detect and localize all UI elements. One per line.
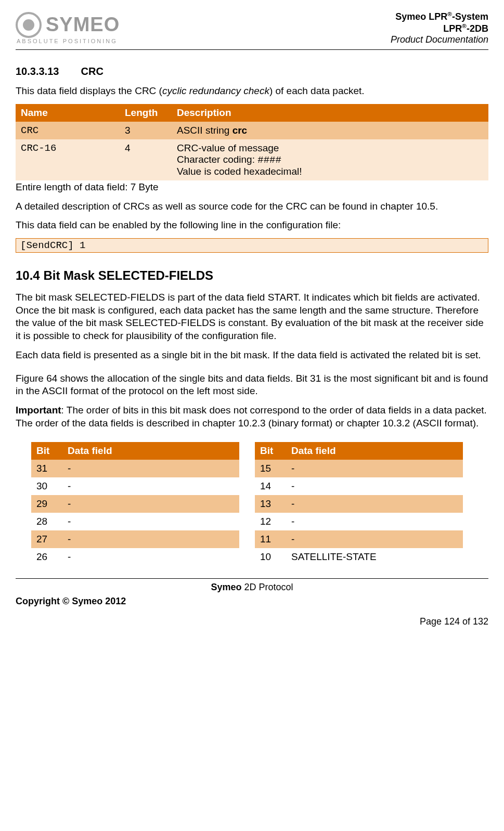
- th-name: Name: [16, 104, 120, 122]
- table-row: 29-: [31, 495, 239, 513]
- th-data-field: Data field: [286, 442, 463, 460]
- footer-center: Symeo 2D Protocol: [16, 582, 488, 593]
- logo-text: SYMEO: [46, 14, 120, 36]
- section-number: 10.3.3.13: [16, 66, 78, 77]
- header-line3: Product Documentation: [391, 34, 488, 45]
- table-header-row: Bit Data field: [255, 442, 463, 460]
- crc-detail-ref: A detailed description of CRCs as well a…: [16, 200, 488, 213]
- header-title-block: Symeo LPR®-System LPR®-2DB Product Docum…: [391, 10, 488, 45]
- th-bit: Bit: [255, 442, 286, 460]
- th-data-field: Data field: [62, 442, 239, 460]
- table-row: 30-: [31, 477, 239, 495]
- bitmask-p3: Figure 64 shows the allocation of the si…: [16, 372, 488, 398]
- section-heading-crc: 10.3.3.13 CRC: [16, 66, 488, 77]
- header-line1b: -System: [452, 11, 488, 22]
- cell-name: CRC: [16, 122, 120, 139]
- crc-intro: This data field displays the CRC (cyclic…: [16, 85, 488, 98]
- config-code-box: [SendCRC] 1: [16, 238, 488, 253]
- table-header-row: Bit Data field: [31, 442, 239, 460]
- footer-page-number: Page 124 of 132: [16, 616, 488, 627]
- cell-desc: CRC-value of message Character coding: #…: [172, 139, 488, 180]
- reg-mark: ®: [447, 10, 452, 17]
- footer-copyright: Copyright © Symeo 2012: [16, 596, 488, 607]
- table-row: 13-: [255, 495, 463, 513]
- bit-table-right: Bit Data field 15- 14- 13- 12- 11- 10SAT…: [255, 442, 463, 566]
- section-heading-bitmask: 10.4 Bit Mask SELECTED-FIELDS: [16, 268, 488, 283]
- table-row: 26-: [31, 548, 239, 566]
- bit-tables-wrapper: Bit Data field 31- 30- 29- 28- 27- 26- B…: [31, 442, 488, 566]
- table-row: 15-: [255, 460, 463, 477]
- th-length: Length: [120, 104, 172, 122]
- page-header: SYMEO ABSOLUTE POSITIONING Symeo LPR®-Sy…: [16, 10, 488, 50]
- cell-length: 4: [120, 139, 172, 180]
- table-row: 10SATELLITE-STATE: [255, 548, 463, 566]
- bitmask-p2: Each data field is presented as a single…: [16, 349, 488, 362]
- th-description: Description: [172, 104, 488, 122]
- table-row: 28-: [31, 513, 239, 530]
- reg-mark: ®: [462, 22, 467, 29]
- table-length-note: Entire length of data field: 7 Byte: [16, 181, 488, 193]
- logo-subtext: ABSOLUTE POSITIONING: [17, 38, 120, 44]
- table-row: 14-: [255, 477, 463, 495]
- section-title: CRC: [81, 66, 104, 77]
- table-row: CRC 3 ASCII string crc: [16, 122, 488, 139]
- header-line1a: Symeo LPR: [395, 11, 447, 22]
- bitmask-p1: The bit mask SELECTED-FIELDS is part of …: [16, 291, 488, 343]
- table-row: 11-: [255, 530, 463, 548]
- crc-config-intro: This data field can be enabled by the fo…: [16, 219, 488, 232]
- header-line2a: LPR: [443, 23, 462, 34]
- table-row: CRC-16 4 CRC-value of message Character …: [16, 139, 488, 180]
- cell-length: 3: [120, 122, 172, 139]
- crc-table: Name Length Description CRC 3 ASCII stri…: [16, 104, 488, 180]
- logo-icon: [16, 12, 42, 38]
- header-line2b: -2DB: [467, 23, 488, 34]
- th-bit: Bit: [31, 442, 62, 460]
- bit-table-left: Bit Data field 31- 30- 29- 28- 27- 26-: [31, 442, 239, 566]
- table-row: 31-: [31, 460, 239, 477]
- table-row: 27-: [31, 530, 239, 548]
- cell-name: CRC-16: [16, 139, 120, 180]
- footer-separator: Symeo 2D Protocol: [16, 578, 488, 593]
- cell-desc: ASCII string crc: [172, 122, 488, 139]
- table-header-row: Name Length Description: [16, 104, 488, 122]
- table-row: 12-: [255, 513, 463, 530]
- logo-block: SYMEO ABSOLUTE POSITIONING: [16, 12, 120, 44]
- bitmask-important: Important: The order of bits in this bit…: [16, 404, 488, 430]
